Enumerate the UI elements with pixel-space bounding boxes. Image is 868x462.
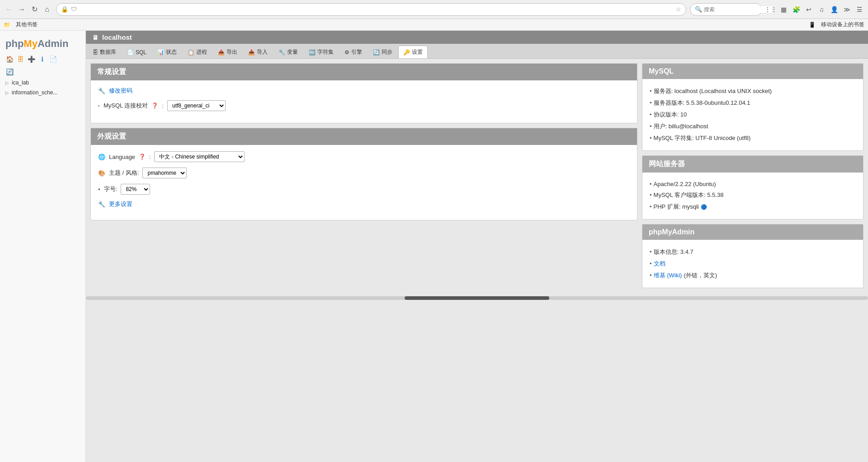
tab-sync-icon: 🔄 (373, 49, 380, 56)
url-input[interactable]: 192.168.110.154/phpmy/index.php?token=29… (80, 6, 673, 13)
tab-database[interactable]: 🗄 数据库 (88, 46, 121, 58)
mysql-protocol-item: 协议版本: 10 (650, 109, 856, 121)
scrollbar-track[interactable] (86, 296, 868, 300)
sidebar-refresh-icon[interactable]: 🔄 (5, 68, 14, 76)
tab-sync-label: 同步 (382, 48, 392, 56)
tab-settings[interactable]: 🔑 设置 (398, 46, 428, 58)
menu-icon[interactable]: ☰ (854, 5, 864, 14)
pma-docs-link[interactable]: 文档 (654, 260, 665, 268)
tab-status-icon: 📊 (157, 49, 164, 56)
mysql-server-item: 服务器: localhost (Localhost via UNIX socke… (650, 85, 856, 97)
bookmarks-folder-icon: 📁 (4, 22, 10, 28)
more-icon[interactable]: ≫ (842, 5, 852, 14)
shield-icon: 🛡 (71, 6, 77, 13)
reload-button[interactable]: ↻ (29, 4, 40, 15)
forward-button[interactable]: → (16, 4, 27, 15)
tab-export-icon: 📤 (218, 49, 225, 56)
left-panels: 常规设置 🔧 修改密码 ▪ MySQL 连接校对 ❓ : (90, 63, 637, 288)
mysql-info-list: 服务器: localhost (Localhost via UNIX socke… (650, 85, 856, 144)
tab-sql[interactable]: 📄 SQL (122, 47, 151, 58)
mysql-version-text: 服务器版本: 5.5.38-0ubuntu0.12.04.1 (654, 99, 750, 107)
change-password-row: 🔧 修改密码 (98, 87, 630, 95)
sidebar-db-icon[interactable]: 🗄 (16, 55, 24, 63)
home-button[interactable]: ⌂ (42, 4, 52, 15)
nav-buttons: ← → ↻ ⌂ (4, 4, 52, 15)
connection-row: ▪ MySQL 连接校对 ❓ : utf8_general_ci utf8_un… (98, 100, 630, 111)
sidebar-home-icon[interactable]: 🏠 (5, 55, 14, 63)
search-box[interactable]: 🔍 (690, 3, 762, 16)
db-name-ica: ica_lab (12, 79, 29, 86)
music-icon[interactable]: ♫ (816, 5, 826, 14)
tab-engine[interactable]: ⚙ 引擎 (340, 46, 367, 58)
connection-select[interactable]: utf8_general_ci utf8_unicode_ci latin1_s… (167, 100, 226, 111)
tab-variables[interactable]: 🔧 变量 (274, 46, 303, 58)
bookmark-star-icon[interactable]: ☆ (676, 6, 681, 13)
language-select[interactable]: 中文 - Chinese simplified English Deutsch … (154, 151, 245, 162)
avatar-icon[interactable]: 👤 (829, 5, 839, 14)
mysql-server-text: 服务器: localhost (Localhost via UNIX socke… (654, 87, 772, 95)
nav-tabs: 🗄 数据库 📄 SQL 📊 状态 📋 进程 📤 导出 📥 导入 (86, 44, 868, 59)
search-icon: 🔍 (695, 6, 702, 13)
general-settings-header: 常规设置 (91, 64, 637, 80)
sidebar-action-icons: 🏠 🗄 ➕ ℹ 📄 (0, 55, 85, 66)
font-select[interactable]: 82% 90% 100% (121, 184, 150, 195)
pma-version-item: 版本信息: 3.4.7 (650, 246, 856, 258)
bookmark-mobile-label[interactable]: 移动设备上的书签 (821, 21, 864, 28)
search-input[interactable] (704, 6, 772, 13)
pma-wiki-link[interactable]: 维基 (Wiki) (654, 271, 682, 280)
tab-export-label: 导出 (226, 48, 237, 56)
right-panels: MySQL 服务器: localhost (Localhost via UNIX… (642, 63, 863, 288)
language-help-icon[interactable]: ❓ (139, 154, 146, 160)
bookmark-mobile[interactable]: 📱 (809, 22, 816, 28)
change-password-link[interactable]: 修改密码 (109, 87, 132, 95)
php-ext-info-icon[interactable]: 🔵 (701, 204, 707, 210)
php-ext-text: PHP 扩展: mysqli (654, 203, 699, 211)
address-bar[interactable]: 🔒 🛡 192.168.110.154/phpmy/index.php?toke… (56, 3, 686, 16)
tab-status[interactable]: 📊 状态 (152, 46, 182, 58)
tab-charset[interactable]: 🔤 字符集 (304, 46, 339, 58)
connection-help-icon[interactable]: ❓ (151, 103, 158, 109)
language-label: Language (109, 154, 135, 160)
tab-sql-label: SQL (136, 49, 146, 56)
pma-docs-item: 文档 (650, 258, 856, 270)
sidebar-add-icon[interactable]: ➕ (27, 55, 35, 63)
font-row: • 字号: 82% 90% 100% (98, 184, 630, 195)
bookmark-other[interactable]: 其他书签 (16, 21, 38, 28)
apache-text: Apache/2.2.22 (Ubuntu) (654, 181, 716, 187)
connection-label: MySQL 连接校对 (104, 102, 148, 110)
phpmyadmin-info-list: 版本信息: 3.4.7 文档 维基 (Wiki) (外链，英文) (650, 246, 856, 281)
tab-import[interactable]: 📥 导入 (243, 46, 273, 58)
sidebar-info-icon[interactable]: ℹ (38, 55, 46, 63)
appearance-settings-body: 🌐 Language ❓ : 中文 - Chinese simplified E… (91, 145, 637, 220)
tab-export[interactable]: 📤 导出 (213, 46, 242, 58)
sidebar-item-ica-lab[interactable]: ▷ ica_lab (0, 78, 85, 88)
appearance-settings-panel: 外观设置 🌐 Language ❓ : 中文 - Chinese simplif… (90, 128, 637, 220)
sidebar-doc-icon[interactable]: 📄 (49, 55, 57, 63)
phpmyadmin-panel-header: phpMyAdmin (642, 224, 863, 240)
language-colon: : (149, 154, 151, 160)
more-settings-icon: 🔧 (98, 201, 105, 208)
mysql-title: MySQL (649, 67, 674, 75)
connection-colon: : (162, 103, 164, 109)
phpmyadmin-panel: phpMyAdmin 版本信息: 3.4.7 文档 维基 (Wiki) (外链，… (642, 224, 863, 288)
tab-process[interactable]: 📋 进程 (183, 46, 212, 58)
tab-sync[interactable]: 🔄 同步 (368, 46, 397, 58)
theme-select[interactable]: pmahomme original (142, 168, 187, 178)
extension-icon[interactable]: 🧩 (791, 5, 801, 14)
webserver-info-list: Apache/2.2.22 (Ubuntu) MySQL 客户端版本: 5.5.… (650, 179, 856, 213)
logo-text: phpMyAdmin (5, 38, 68, 49)
theme-row: 🎨 主题 / 风格: pmahomme original (98, 168, 630, 178)
grid-icon[interactable]: ⋮⋮ (766, 5, 776, 14)
back-button[interactable]: ← (4, 4, 14, 15)
more-settings-link[interactable]: 更多设置 (109, 200, 132, 208)
logo-admin: Admin (38, 38, 68, 49)
page-title: localhost (102, 33, 132, 41)
scrollbar-thumb[interactable] (405, 296, 549, 300)
theme-icon: 🎨 (98, 170, 105, 177)
layout-icon[interactable]: ▦ (778, 5, 788, 14)
apache-item: Apache/2.2.22 (Ubuntu) (650, 179, 856, 189)
general-settings-title: 常规设置 (97, 68, 126, 75)
webserver-title: 网站服务器 (649, 160, 685, 168)
back-arrow-icon[interactable]: ↩ (804, 5, 814, 14)
sidebar-item-information-schema[interactable]: ▷ information_sche... (0, 88, 85, 98)
